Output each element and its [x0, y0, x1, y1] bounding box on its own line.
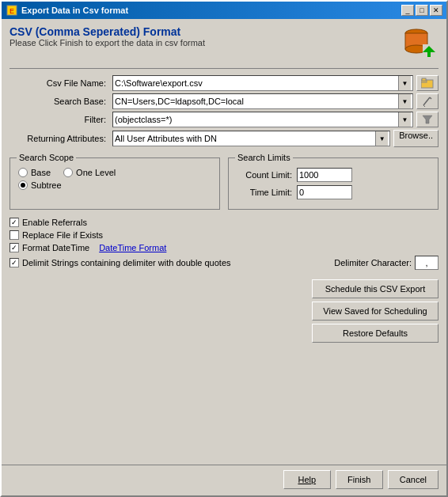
filter-label: Filter: — [9, 115, 112, 124]
browse-button[interactable]: Browse.. — [393, 130, 439, 147]
delimiter-char-label: Delimiter Character: — [334, 258, 412, 267]
svg-rect-7 — [427, 52, 431, 57]
cancel-button[interactable]: Cancel — [388, 470, 439, 489]
delimit-strings-checkbox[interactable] — [9, 258, 19, 267]
search-base-wrap: CN=Users,DC=ldapsoft,DC=local ▼ — [112, 93, 439, 109]
radio-subtree-circle[interactable] — [18, 180, 28, 190]
filter-icon-btn[interactable] — [416, 112, 439, 127]
format-datetime-label: Format DateTime — [22, 243, 89, 252]
returning-attrs-label: Returning Attributes: — [9, 134, 112, 143]
csv-file-name-combo[interactable]: C:\Software\export.csv ▼ — [112, 75, 413, 91]
replace-file-label: Replace File if Exists — [22, 230, 103, 240]
title-bar: E Export Data in Csv format _ □ ✕ — [2, 2, 446, 19]
search-base-label: Search Base: — [9, 97, 112, 106]
time-limit-label: Time Limit: — [237, 188, 292, 197]
delimit-strings-label: Delimit Strings containing delimiter wit… — [22, 258, 231, 267]
radio-one-level-circle[interactable] — [63, 168, 73, 177]
header-subtitle: Please Click Finish to export the data i… — [9, 38, 205, 47]
enable-referrals-checkbox[interactable] — [9, 218, 19, 227]
header-section: CSV (Comma Seperated) Format Please Clic… — [9, 25, 439, 69]
window-title: Export Data in Csv format — [21, 6, 128, 15]
returning-attrs-value: All User Attributes with DN — [115, 134, 375, 143]
radio-base-label: Base — [31, 168, 51, 177]
csv-file-name-row: Csv File Name: C:\Software\export.csv ▼ — [9, 75, 439, 91]
filter-wrap: (objectclass=*) ▼ — [112, 112, 439, 127]
main-window: E Export Data in Csv format _ □ ✕ CSV (C… — [0, 0, 448, 497]
returning-attrs-combo[interactable]: All User Attributes with DN ▼ — [112, 131, 390, 146]
app-icon: E — [6, 4, 18, 17]
database-icon — [401, 25, 439, 63]
returning-attrs-row: Returning Attributes: All User Attribute… — [9, 130, 439, 147]
count-limit-row: Count Limit: — [237, 168, 430, 182]
radio-base[interactable]: Base — [18, 168, 51, 177]
format-datetime-row: Format DateTime DateTime Format — [9, 243, 439, 252]
radio-subtree[interactable]: Subtree — [18, 180, 211, 190]
radio-base-circle[interactable] — [18, 168, 28, 177]
search-scope-radios: Base One Level Subtree — [18, 168, 211, 190]
title-bar-controls: _ □ ✕ — [401, 5, 442, 16]
main-content: CSV (Comma Seperated) Format Please Clic… — [2, 19, 446, 465]
search-base-arrow[interactable]: ▼ — [398, 94, 411, 108]
search-limits-group: Search Limits Count Limit: Time Limit: — [228, 157, 439, 210]
db-icon-wrap — [401, 25, 439, 63]
svg-rect-10 — [422, 78, 426, 81]
svg-line-12 — [430, 97, 431, 99]
help-button[interactable]: Help — [283, 470, 331, 489]
close-button[interactable]: ✕ — [430, 5, 442, 16]
delimiter-char-wrap: Delimiter Character: — [334, 256, 439, 270]
checkboxes-section: Enable Referrals Replace File if Exists … — [9, 218, 439, 270]
replace-file-checkbox[interactable] — [9, 230, 19, 240]
title-bar-left: E Export Data in Csv format — [6, 4, 128, 17]
view-saved-scheduling-button[interactable]: View Saved for Scheduling — [312, 302, 439, 321]
replace-file-row: Replace File if Exists — [9, 230, 439, 240]
csv-file-name-arrow[interactable]: ▼ — [398, 76, 411, 90]
csv-file-name-wrap: C:\Software\export.csv ▼ — [112, 75, 439, 91]
edit-icon — [422, 96, 433, 107]
filter-arrow[interactable]: ▼ — [398, 112, 411, 127]
restore-defaults-button[interactable]: Restore Defaults — [312, 324, 439, 343]
search-limits-title: Search Limits — [235, 153, 293, 162]
radio-subtree-label: Subtree — [31, 180, 62, 190]
datetime-format-link[interactable]: DateTime Format — [99, 243, 166, 252]
search-base-combo[interactable]: CN=Users,DC=ldapsoft,DC=local ▼ — [112, 93, 413, 109]
time-limit-input[interactable] — [297, 185, 352, 199]
returning-attrs-arrow[interactable]: ▼ — [375, 131, 388, 146]
header-text: CSV (Comma Seperated) Format Please Clic… — [9, 25, 205, 47]
search-scope-group: Search Scope Base One Level — [9, 157, 220, 210]
svg-line-11 — [423, 97, 430, 105]
action-buttons: Schedule this CSV Export View Saved for … — [9, 279, 439, 343]
returning-attrs-wrap: All User Attributes with DN ▼ Browse.. — [112, 130, 439, 147]
search-base-icon-btn[interactable] — [416, 93, 439, 109]
radio-row-top: Base One Level — [18, 168, 211, 177]
header-title: CSV (Comma Seperated) Format — [9, 25, 205, 38]
radio-one-level[interactable]: One Level — [63, 168, 116, 177]
search-base-row: Search Base: CN=Users,DC=ldapsoft,DC=loc… — [9, 93, 439, 109]
finish-button[interactable]: Finish — [336, 470, 383, 489]
middle-section: Search Scope Base One Level — [9, 157, 439, 210]
minimize-button[interactable]: _ — [401, 5, 414, 16]
delimit-strings-row: Delimit Strings containing delimiter wit… — [9, 256, 439, 270]
search-scope-title: Search Scope — [17, 153, 76, 162]
bottom-bar: Help Finish Cancel — [2, 465, 446, 495]
form-fields: Csv File Name: C:\Software\export.csv ▼ — [9, 75, 439, 150]
schedule-csv-export-button[interactable]: Schedule this CSV Export — [312, 279, 439, 298]
time-limit-row: Time Limit: — [237, 185, 430, 199]
help-label: Help — [298, 475, 316, 484]
svg-text:E: E — [9, 7, 14, 15]
format-datetime-checkbox[interactable] — [9, 243, 19, 252]
filter-combo[interactable]: (objectclass=*) ▼ — [112, 112, 413, 127]
enable-referrals-label: Enable Referrals — [22, 218, 87, 227]
delimiter-char-input[interactable] — [415, 256, 439, 270]
search-base-value: CN=Users,DC=ldapsoft,DC=local — [115, 97, 398, 106]
maximize-button[interactable]: □ — [416, 5, 428, 16]
csv-file-browse-icon-btn[interactable] — [416, 75, 439, 91]
enable-referrals-row: Enable Referrals — [9, 218, 439, 227]
csv-file-name-label: Csv File Name: — [9, 78, 112, 88]
csv-file-name-value: C:\Software\export.csv — [115, 78, 398, 88]
filter-row: Filter: (objectclass=*) ▼ — [9, 112, 439, 127]
count-limit-input[interactable] — [297, 168, 352, 182]
filter-icon — [422, 114, 433, 125]
count-limit-label: Count Limit: — [237, 170, 292, 180]
folder-icon — [421, 78, 434, 89]
filter-value: (objectclass=*) — [115, 115, 398, 124]
